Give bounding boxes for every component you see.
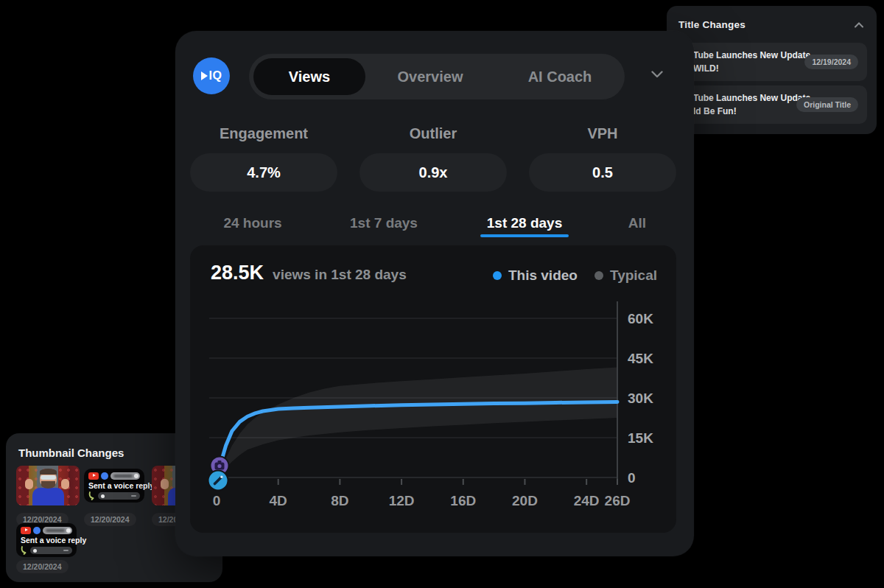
voice-player-bar — [30, 547, 72, 554]
svg-text:30K: 30K — [628, 391, 653, 406]
avatar-icon — [101, 472, 108, 480]
chevron-down-icon[interactable] — [651, 71, 663, 78]
range-tab-1st-7-days[interactable]: 1st 7 days — [350, 215, 418, 231]
avatar-icon — [33, 527, 41, 534]
range-tab-24-hours[interactable]: 24 hours — [223, 215, 281, 231]
thumbnail-voice-reply[interactable]: Sent a voice reply — [84, 469, 144, 503]
voice-reply-label: Sent a voice reply — [88, 481, 140, 490]
title-changes-panel: Title Changes Tube Launches New Update..… — [667, 6, 877, 134]
blurred-handle-pill — [43, 527, 72, 534]
youtube-icon — [88, 472, 99, 480]
voice-reply-label: Sent a voice reply — [21, 536, 72, 545]
vidiq-logo[interactable]: IQ — [193, 57, 230, 94]
range-tab-1st-28-days[interactable]: 1st 28 days — [487, 215, 562, 231]
svg-text:12D: 12D — [389, 493, 415, 508]
collapse-chevron-up-icon[interactable] — [855, 22, 863, 28]
person-glasses — [41, 475, 56, 480]
page-background: Title Changes Tube Launches New Update..… — [0, 0, 884, 588]
blurred-handle-pill — [110, 472, 140, 480]
svg-text:24D: 24D — [574, 493, 600, 508]
arrow-icon — [21, 546, 29, 555]
tab-overview[interactable]: Overview — [365, 69, 495, 85]
thumbs-up-left — [161, 479, 169, 489]
thumbnail-voice-reply[interactable]: Sent a voice reply — [16, 523, 77, 557]
main-tab-bar: Views Overview AI Coach — [249, 54, 625, 99]
arrow-icon — [88, 491, 97, 500]
selected-tab-underline — [480, 234, 569, 237]
views-caption: views in 1st 28 days — [273, 267, 407, 283]
stat-value-vph: 0.5 — [529, 153, 676, 192]
svg-text:20D: 20D — [512, 493, 538, 508]
title-changes-header: Title Changes — [678, 19, 746, 30]
svg-text:45K: 45K — [628, 351, 653, 366]
voice-player-bar — [98, 492, 140, 500]
thumbs-up-right — [61, 479, 69, 489]
views-chart-card: 28.5K views in 1st 28 days This video Ty… — [190, 245, 676, 533]
title-change-date-badge: 12/19/2024 — [804, 55, 858, 69]
thumbnail-changes-header: Thumbnail Changes — [18, 447, 124, 459]
stat-label-outlier: Outlier — [359, 125, 507, 142]
svg-text:8D: 8D — [331, 493, 348, 508]
legend-dot-gray — [594, 271, 603, 280]
tab-ai-coach[interactable]: AI Coach — [495, 69, 625, 85]
svg-text:16D: 16D — [450, 493, 476, 508]
range-tab-all[interactable]: All — [628, 215, 646, 231]
views-total: 28.5K — [211, 262, 264, 284]
title-change-text: Tube Launches New Update - This ld Be Fu… — [693, 91, 811, 118]
title-change-marker — [208, 471, 228, 491]
svg-text:0: 0 — [628, 470, 636, 486]
svg-text:15K: 15K — [628, 430, 653, 446]
thumbnail-date: 12/20/2024 — [16, 560, 69, 573]
legend-typical[interactable]: Typical — [594, 267, 657, 284]
legend-dot-blue — [493, 271, 502, 280]
person-hair — [40, 469, 57, 475]
svg-text:0: 0 — [213, 493, 221, 508]
views-line-chart[interactable]: 015K30K45K60K04D8D12D16D20D24D26D — [196, 287, 670, 518]
svg-text:60K: 60K — [628, 311, 653, 326]
svg-text:4D: 4D — [270, 493, 287, 508]
analytics-card: IQ Views Overview AI Coach Engagement Ou… — [175, 31, 694, 556]
chart-legend: This video Typical — [493, 267, 657, 284]
person-beard — [41, 481, 55, 489]
thumbnail-date: 12/20/2024 — [84, 513, 136, 526]
legend-this-video[interactable]: This video — [493, 267, 578, 284]
person-torso — [32, 488, 64, 505]
title-change-row[interactable]: Tube Launches New Update... This WILD! 1… — [677, 43, 867, 81]
original-title-badge: Original Title — [796, 97, 858, 112]
title-change-row[interactable]: Tube Launches New Update - This ld Be Fu… — [677, 85, 867, 124]
tab-views[interactable]: Views — [253, 58, 365, 95]
thumbs-up-left — [25, 479, 33, 489]
svg-text:26D: 26D — [605, 493, 631, 508]
thumbnail-photo[interactable] — [16, 466, 80, 505]
play-triangle-icon — [201, 71, 208, 80]
stat-label-engagement: Engagement — [190, 125, 337, 142]
title-change-text: Tube Launches New Update... This WILD! — [693, 49, 811, 75]
stat-value-engagement: 4.7% — [190, 153, 337, 192]
youtube-icon — [21, 527, 31, 534]
stat-value-outlier: 0.9x — [359, 153, 507, 192]
stat-label-vph: VPH — [529, 125, 676, 142]
